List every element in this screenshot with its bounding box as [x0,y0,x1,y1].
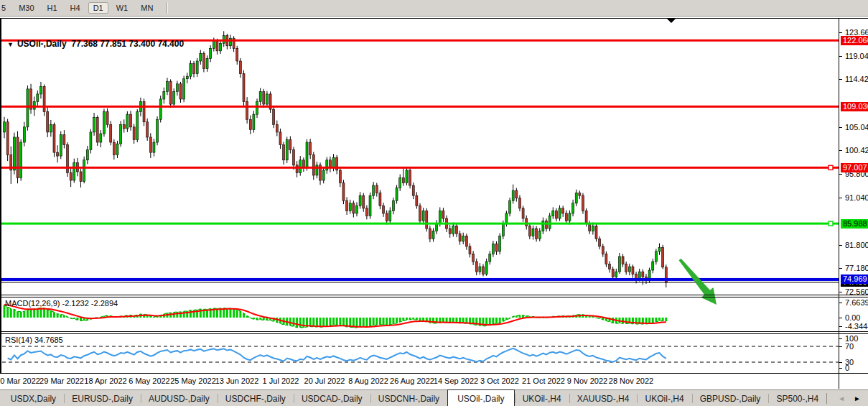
candle-body [449,229,451,234]
rsi-line [8,349,666,362]
macd-histogram-bar [406,318,408,320]
chart-tab-gbpusd-daily[interactable]: GBPUSD-,Daily [692,390,769,406]
macd-histogram-bar [23,311,25,318]
candle-body [363,195,365,208]
timeframe-button-h1[interactable]: H1 [42,2,62,14]
price-tick-label: 119.040 [845,52,868,60]
macd-histogram-bar [375,318,378,325]
candle-body [166,81,168,91]
macd-tick-mark [839,303,842,303]
timeframe-button-m30[interactable]: M30 [14,2,39,14]
panel-divider-1a[interactable] [0,295,868,295]
candle-body [143,101,145,121]
macd-histogram-bar [33,309,35,318]
macd-tick-label: -4.3444 [845,322,868,331]
candle-body [353,203,355,213]
candle-body [536,229,538,239]
candle-body [86,150,88,160]
hline-85.988[interactable] [0,223,839,225]
chart-tab-eurusd-daily[interactable]: EURUSD-,Daily [64,390,141,406]
date-label: 13 Jun 2022 [215,377,259,385]
candle-body [50,124,52,132]
tab-scroll-right-icon[interactable]: ► [849,395,865,402]
candle-body [332,157,335,167]
down-triangle-marker[interactable] [667,19,676,23]
chart-tab-usdcnh-daily[interactable]: USDCNH-,Daily [370,390,447,406]
macd-histogram-bar [392,318,394,324]
timeframe-button-d1[interactable]: D1 [88,2,108,14]
candle-body [612,269,614,277]
chart-tab-usdcad-daily[interactable]: USDCAD-,Daily [294,390,370,406]
candle-body [559,208,561,218]
candle-body [615,272,617,277]
candle-body [126,114,129,129]
candle-body [522,208,524,218]
candle-body [23,127,25,142]
candle-body [432,231,434,239]
candle-body [515,190,518,198]
timeframe-button-5[interactable]: 5 [0,2,11,14]
chart-tab-audusd-daily[interactable]: AUDUSD-,Daily [141,390,218,406]
date-label: 28 Nov 2022 [609,377,653,385]
price-tick-mark [839,198,842,198]
timeframe-button-mn[interactable]: MN [136,2,158,14]
candle-body [116,144,118,155]
candle-body [43,86,45,111]
candle-body [216,41,218,51]
candle-body [130,114,132,127]
chart-tab-ukoil-h4[interactable]: UKOil-,H4 [638,390,692,406]
candle-body [412,185,414,195]
candle-body [173,91,175,104]
price-tick-mark [839,79,842,80]
macd-histogram-bar [505,318,508,320]
hline-handle[interactable] [829,221,833,226]
price-level-chip: 97.007 [841,163,868,172]
candle-body [289,139,291,149]
timeframe-button-w1[interactable]: W1 [111,2,134,14]
candle-body [39,86,42,94]
macd-histogram-bar [73,318,75,319]
macd-histogram-bar [53,313,55,318]
chart-tab-usdchf-daily[interactable]: USDCHF-,Daily [218,390,294,406]
candle-body [292,150,294,165]
price-tick-label: 114.420 [845,75,868,83]
hline-97.007[interactable] [0,167,839,169]
trend-arrow-annotation[interactable] [679,259,717,305]
candle-body [4,122,6,132]
candle-body [546,221,548,229]
candle-body [499,236,501,252]
toolbar-separator [167,2,167,14]
chart-tab-usdx-daily[interactable]: USDX,Daily [3,390,64,406]
candle-body [462,236,465,241]
timeframe-button-h4[interactable]: H4 [65,2,85,14]
panel-divider-2b[interactable] [0,333,868,334]
panel-divider-3 [0,373,868,374]
chart-tab-ukoil-h4[interactable]: UKOil-,H4 [515,390,569,406]
chart-tab-sp500-h4[interactable]: SP500-,H4 [768,390,826,406]
macd-histogram-bar [63,315,65,318]
candle-body [429,229,431,239]
hline-109.036[interactable] [0,106,839,108]
chart-tab-xauusd-h4[interactable]: XAUUSD-,H4 [569,390,638,406]
candle-body [306,142,308,167]
hline-74.969[interactable] [0,278,839,281]
hline-handle[interactable] [829,165,833,170]
price-tick-mark [839,127,842,128]
candle-body [286,139,288,160]
candle-body [259,91,261,101]
candle-body [585,211,587,223]
date-label: 20 Jul 2022 [304,377,345,385]
panel-divider-2a[interactable] [0,331,868,332]
candle-body [106,112,108,125]
candle-body [579,193,581,196]
macd-histogram-bar [332,318,335,326]
macd-histogram-bar [326,318,328,326]
macd-histogram-bar [299,318,302,328]
panel-divider-1b[interactable] [0,297,868,297]
chart-tab-usoil-daily[interactable]: USOil-,Daily [447,389,514,406]
chart-window[interactable]: ▼USOil-,Daily 77.368 77.851 73.400 74.40… [0,17,868,389]
tab-scroll-left-icon[interactable]: ◄ [834,395,849,402]
candle-body [502,223,504,236]
candle-body [113,142,115,155]
candle-body [186,76,188,79]
